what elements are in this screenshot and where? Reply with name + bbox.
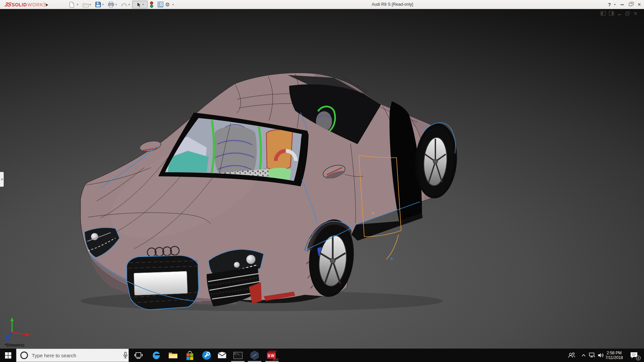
clock-date: 7/11/2018 [605,355,623,360]
select-tool-caret[interactable]: ▾ [142,0,144,9]
people-icon [568,352,575,359]
taskbar-clock[interactable]: 2:58 PM 7/11/2018 [603,349,625,362]
network-icon [589,352,595,358]
select-tool-button[interactable]: ▾ [132,1,148,8]
options-list-icon [158,2,163,7]
undo-icon [121,2,127,7]
start-button[interactable] [0,349,16,362]
save-icon [95,2,101,7]
task-view-button[interactable] [131,349,146,362]
settings-gear-icon[interactable]: ⚙ [165,0,170,9]
command-prompt-button[interactable]: C:\_ [230,349,246,362]
sketch-point-blue [390,257,393,260]
action-center-button[interactable]: 2 [628,349,641,362]
traffic-light-icon [150,1,154,8]
cortana-icon [20,351,29,360]
mail-button[interactable] [214,349,230,362]
restore-icon [629,3,632,6]
edge-button[interactable] [149,349,164,362]
new-document-button[interactable] [69,0,74,9]
save-button[interactable] [95,0,101,9]
view-orientation-label: *Dimetric [5,343,25,348]
settings-caret[interactable]: ▾ [172,0,174,9]
command-prompt-icon: C:\_ [233,352,243,359]
undo-caret[interactable]: ▾ [128,0,130,9]
ds-logo-mark: 3S [4,1,12,8]
store-icon [185,351,194,360]
app-title-bar: 3S SOLIDWORKS ▶ ▾ ▾ ▾ ▾ ▾ [0,0,644,9]
solidworks-2017-button[interactable]: SW 2017 [264,349,280,362]
support-wrench-button[interactable] [199,349,214,362]
clock-time: 2:58 PM [607,351,622,355]
select-cursor-icon [136,2,141,8]
edge-icon [152,351,161,360]
taskbar-search[interactable] [16,349,129,362]
open-caret[interactable]: ▾ [90,0,91,9]
license-plate [134,271,187,295]
chevron-up-icon [582,354,586,357]
store-button[interactable] [182,349,198,362]
system-options-button[interactable] [158,0,163,9]
file-explorer-button[interactable] [165,349,181,362]
notification-badge: 2 [636,356,641,360]
car-model-audi-r8[interactable] [0,9,644,349]
solidworks-logo: 3S SOLIDWORKS [5,0,47,9]
task-view-icon [134,352,143,359]
mail-icon [217,351,227,359]
menu-expand-arrow[interactable]: ▶ [44,1,48,8]
document-window-controls [600,11,638,16]
print-button[interactable] [108,0,114,9]
people-tray-button[interactable] [567,349,576,362]
rebuild-lights-button[interactable] [150,0,154,9]
minimize-button[interactable] [619,0,626,9]
help-button[interactable]: ? [606,0,612,9]
open-folder-icon [83,2,89,7]
doc-close-icon[interactable] [633,11,638,16]
windows-taskbar: C:\_ SW 2017 [0,349,644,362]
doc-restore-icon[interactable] [625,11,630,16]
hexagon-tool-icon [250,351,259,360]
save-caret[interactable]: ▾ [102,0,104,9]
undo-button[interactable] [121,0,127,9]
search-input[interactable] [32,353,108,358]
open-button[interactable] [83,0,89,9]
network-tray-button[interactable] [588,349,596,362]
document-title: Audi R8 S [Read-only] [372,0,413,9]
microphone-icon[interactable] [122,352,128,359]
restore-button[interactable] [627,0,634,9]
solidworks-2017-icon: SW 2017 [267,351,277,360]
graphics-viewport[interactable]: *Dimetric [0,9,644,349]
hexagon-tool-button[interactable] [247,349,262,362]
minimize-icon [621,4,624,5]
help-caret[interactable]: ▾ [613,0,617,9]
print-caret[interactable]: ▾ [115,0,117,9]
front-grille [127,255,199,310]
new-document-caret[interactable]: ▾ [77,0,78,9]
windows-logo-icon [5,352,11,359]
pane-left-icon[interactable] [600,11,606,16]
print-icon [108,2,114,7]
new-document-icon [69,2,74,8]
wrench-circle-icon [202,351,211,360]
tray-overflow-button[interactable] [580,349,588,362]
close-button[interactable]: ✕ [636,0,643,9]
doc-minimize-icon[interactable] [617,11,622,16]
reference-triad [4,317,30,341]
file-explorer-icon [168,351,178,359]
pane-right-icon[interactable] [609,11,614,16]
